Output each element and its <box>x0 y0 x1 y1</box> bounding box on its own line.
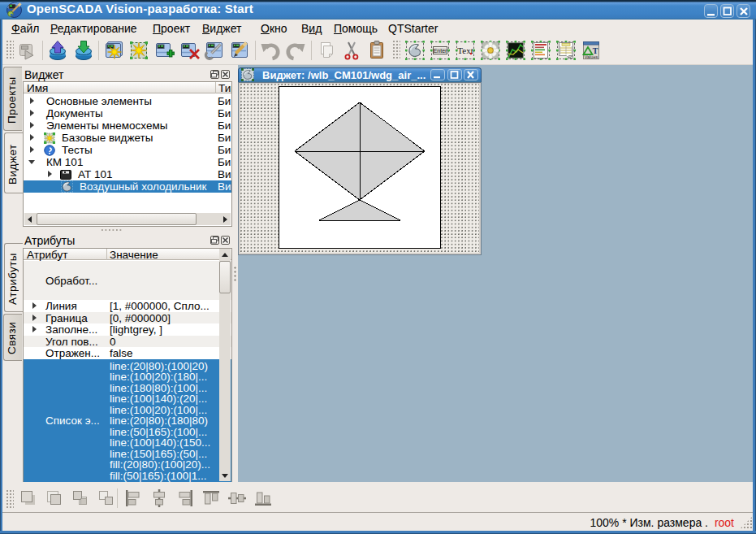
svg-text:Enter: Enter <box>434 48 447 54</box>
svg-text:Values: Values <box>585 54 598 59</box>
